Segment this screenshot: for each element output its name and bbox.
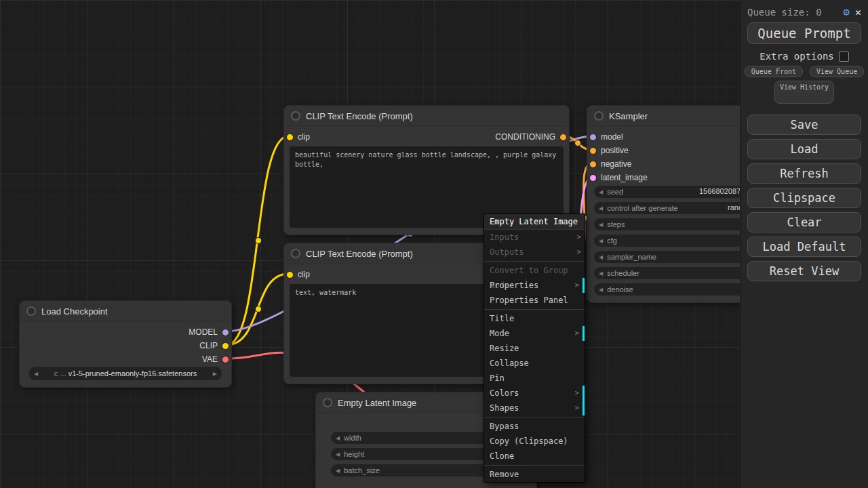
slot-label: model [601,132,623,142]
menu-item-properties-panel[interactable]: Properties Panel [484,293,585,308]
menu-item-label: Bypass [490,422,519,431]
slot-label: negative [601,159,631,169]
close-icon[interactable]: ✕ [855,6,861,18]
menu-item-collapse[interactable]: Collapse [484,356,585,371]
view-queue-button[interactable]: View Queue [810,66,864,77]
refresh-button[interactable]: Refresh [747,163,861,184]
clear-button[interactable]: Clear [747,212,861,232]
ckpt-name-widget[interactable]: ◀ c ... v1-5-pruned-emaonly-fp16.safeten… [29,367,222,380]
menu-item-convert-to-group-node: Convert to Group Node [484,263,585,278]
load-button[interactable]: Load [747,139,861,159]
reset-view-button[interactable]: Reset View [747,261,861,281]
slot-label: VAE [202,354,218,364]
submenu-arrow-icon: > [574,386,579,401]
menu-item-mode[interactable]: Mode > [484,326,585,341]
load-default-button[interactable]: Load Default [747,237,861,257]
extra-options-checkbox[interactable] [839,52,849,62]
menu-separator [484,309,585,310]
prev-value-icon[interactable]: ◀ [336,451,340,458]
save-button[interactable]: Save [747,115,861,135]
collapse-dot-icon[interactable] [291,111,300,121]
ckpt-prefix: c ... [54,369,66,378]
queue-buttons-row: Queue Front View Queue [741,66,868,77]
output-slot-conditioning[interactable]: CONDITIONING [495,130,567,144]
menu-item-label: Collapse [490,359,529,368]
menu-item-bypass[interactable]: Bypass [484,419,585,434]
prev-value-icon[interactable]: ◀ [599,205,603,211]
menu-item-label: Mode [490,329,509,338]
node-load-checkpoint[interactable]: Load Checkpoint MODEL CLIP VAE ◀ c ... v… [19,300,232,388]
menu-item-clone[interactable]: Clone [484,449,585,464]
menu-item-title[interactable]: Title [484,311,585,326]
ckpt-name-value: c ... v1-5-pruned-emaonly-fp16.safetenso… [38,369,213,378]
extra-options-row: Extra options [741,51,868,62]
node-graph-canvas[interactable]: CLIP Text Encode (Prompt) clip CONDITION… [0,0,868,488]
menu-item-label: Title [490,314,514,323]
vae-slot-dot-icon[interactable] [222,356,229,363]
queue-prompt-button[interactable]: Queue Prompt [747,22,861,44]
menu-item-label: Properties [490,281,538,290]
conditioning-slot-dot-icon[interactable] [559,134,567,141]
input-slot-latent-image[interactable]: latent_image [589,171,648,184]
prev-value-icon[interactable]: ◀ [599,238,603,244]
next-value-icon[interactable]: ▶ [213,371,217,377]
input-slot-clip[interactable]: clip [286,130,310,144]
widget-label: seed [607,188,623,196]
prev-value-icon[interactable]: ◀ [599,189,603,195]
slot-label: positive [601,146,629,155]
output-slot-clip[interactable]: CLIP [199,339,229,352]
menu-item-colors[interactable]: Colors > [484,386,585,401]
collapse-dot-icon[interactable] [291,249,300,258]
input-slot-model[interactable]: model [589,130,623,144]
prev-value-icon[interactable]: ◀ [599,254,603,260]
prev-value-icon[interactable]: ◀ [599,270,603,277]
queue-size-label: Queue size: 0 [747,7,837,18]
output-slot-model[interactable]: MODEL [189,325,229,339]
collapse-dot-icon[interactable] [323,398,332,407]
slot-label: latent_image [601,173,648,182]
node-title: KSampler [609,111,648,121]
output-slot-vae[interactable]: VAE [202,352,229,366]
conditioning-slot-dot-icon[interactable] [589,147,597,155]
ckpt-value: v1-5-pruned-emaonly-fp16.safetensors [68,369,197,378]
menu-item-pin[interactable]: Pin [484,371,585,386]
widget-value: 1566802087 [699,187,741,195]
menu-item-copy-clipspace[interactable]: Copy (Clipspace) [484,434,585,449]
clipspace-button[interactable]: Clipspace [747,188,861,208]
prev-value-icon[interactable]: ◀ [599,287,603,293]
link-dot [575,140,581,146]
slot-label: MODEL [189,327,218,337]
widget-label: sampler_name [607,253,656,261]
menu-item-shapes[interactable]: Shapes > [484,401,585,415]
node-header[interactable]: Load Checkpoint [20,301,231,322]
prev-value-icon[interactable]: ◀ [336,435,340,441]
queue-front-button[interactable]: Queue Front [745,66,803,77]
clip-slot-dot-icon[interactable] [286,271,294,279]
input-slot-positive[interactable]: positive [589,144,629,157]
input-slot-clip[interactable]: clip [286,268,310,281]
widget-label: batch_size [344,466,380,474]
latent-slot-dot-icon[interactable] [589,174,597,182]
menu-separator [484,465,585,466]
menu-item-properties[interactable]: Properties > [484,278,585,293]
slot-label: CONDITIONING [495,132,555,142]
menu-item-resize[interactable]: Resize [484,341,585,356]
slot-label: clip [298,132,310,142]
conditioning-slot-dot-icon[interactable] [589,161,597,168]
menu-item-remove[interactable]: Remove [484,467,585,482]
collapse-dot-icon[interactable] [594,111,604,121]
slot-label: clip [298,270,310,279]
model-slot-dot-icon[interactable] [222,329,229,336]
menu-item-outputs: Outputs > [484,245,585,260]
node-header[interactable]: CLIP Text Encode (Prompt) [284,106,569,127]
prev-value-icon[interactable]: ◀ [336,468,340,474]
model-slot-dot-icon[interactable] [589,134,597,141]
prev-value-icon[interactable]: ◀ [599,222,603,228]
collapse-dot-icon[interactable] [26,306,36,316]
clip-slot-dot-icon[interactable] [286,134,294,141]
input-slot-negative[interactable]: negative [589,157,631,171]
clip-slot-dot-icon[interactable] [222,342,229,350]
settings-gear-icon[interactable]: ⚙ [843,5,850,18]
view-history-button[interactable]: View History [774,81,834,104]
menu-item-label: Pin [490,373,505,383]
